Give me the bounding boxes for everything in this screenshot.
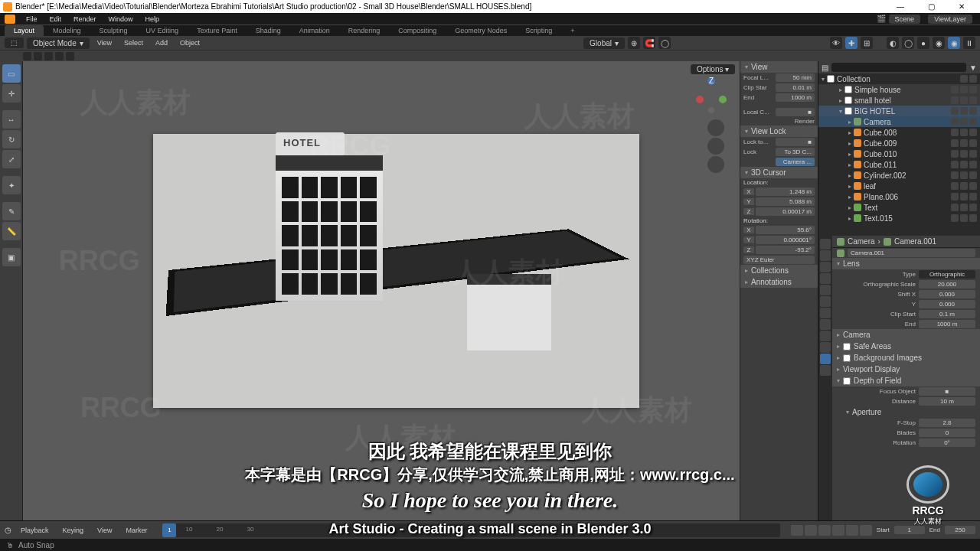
prev-keyframe-button[interactable] [805, 525, 817, 536]
aperture-panel-header[interactable]: ▾Aperture [832, 406, 980, 418]
data-properties-tab[interactable] [820, 354, 831, 364]
play-button[interactable] [832, 525, 844, 536]
focus-object-field[interactable]: ■ [919, 387, 975, 396]
select-box-tool[interactable]: ▭ [2, 64, 21, 83]
viewlayer-selector[interactable]: ViewLayer [928, 15, 972, 24]
mode-dropdown[interactable]: Object Mode ▾ [27, 37, 90, 49]
tab-animation[interactable]: Animation [290, 25, 339, 36]
shifty-value[interactable]: 0.000 [919, 300, 975, 308]
tab-scripting[interactable]: Scripting [516, 25, 561, 36]
timeline-keying-menu[interactable]: Keying [58, 527, 89, 534]
ortho-scale-value[interactable]: 20.000 [919, 280, 975, 289]
shading-solid-icon[interactable]: ● [917, 37, 929, 49]
outliner-item-plane-006[interactable]: ▸Plane.006 [818, 191, 980, 202]
safe-areas-checkbox[interactable] [843, 343, 851, 350]
pivot-icon[interactable]: ⊕ [628, 37, 640, 49]
cursor-rz[interactable]: -93.2° [756, 246, 815, 254]
tab-texture-paint[interactable]: Texture Paint [188, 25, 247, 36]
render-properties-tab[interactable] [820, 239, 831, 249]
clip-start-value[interactable]: 0.01 m [776, 83, 815, 92]
lens-panel-header[interactable]: ▾Lens [832, 258, 980, 269]
particles-properties-tab[interactable] [820, 319, 831, 330]
cursor-rx[interactable]: 55.6° [756, 226, 815, 234]
breadcrumb-data[interactable]: Camera.001 [894, 237, 936, 246]
navigation-gizmo[interactable]: Z [692, 75, 730, 113]
outliner-search-input[interactable] [831, 63, 966, 72]
view-lock-header[interactable]: ▾View Lock [740, 126, 818, 137]
select-new-icon[interactable] [66, 52, 74, 60]
pan-view-icon[interactable] [707, 119, 724, 136]
timeline-track[interactable]: 1 10 20 30 [162, 523, 779, 537]
bg-images-checkbox[interactable] [843, 354, 851, 362]
tab-shading[interactable]: Shading [247, 25, 290, 36]
distance-value[interactable]: 10 m [919, 397, 975, 406]
measure-tool[interactable]: 📏 [2, 222, 21, 240]
shiftx-value[interactable]: 0.000 [919, 290, 975, 298]
filter-icon[interactable]: ▼ [969, 64, 977, 72]
maximize-button[interactable]: ▢ [916, 0, 946, 13]
editor-type-dropdown[interactable]: ⬚ [5, 37, 24, 48]
constraints-properties-tab[interactable] [820, 342, 831, 353]
minimize-button[interactable]: — [885, 0, 916, 13]
outliner-item-cube-011[interactable]: ▸Cube.011 [818, 159, 980, 170]
cursor-ry[interactable]: 0.000001° [756, 236, 815, 244]
timeline-marker-menu[interactable]: Marker [121, 527, 152, 534]
tab-geometry-nodes[interactable]: Geometry Nodes [446, 25, 516, 36]
lens-type-dropdown[interactable]: Orthographic [919, 270, 975, 279]
fstop-value[interactable]: 2.8 [919, 419, 975, 427]
options-dropdown[interactable]: Options ▾ [691, 64, 735, 74]
menu-file[interactable]: File [20, 14, 44, 24]
menu-help[interactable]: Help [139, 14, 166, 24]
pause-render-icon[interactable]: ⏸ [963, 37, 975, 49]
tab-sculpting[interactable]: Sculpting [90, 25, 137, 36]
lock-camera-toggle[interactable]: Camera ... [776, 158, 815, 166]
jump-start-button[interactable] [791, 525, 803, 536]
tab-rendering[interactable]: Rendering [339, 25, 390, 36]
transform-tool[interactable]: ✦ [2, 176, 21, 194]
cursor-tool[interactable]: ✛ [2, 84, 21, 103]
editor-type-icon[interactable]: ◷ [5, 526, 11, 534]
outliner-item-text-015[interactable]: ▸Text.015 [818, 213, 980, 223]
cursor-x[interactable]: 1.248 m [756, 187, 815, 196]
safe-areas-panel-header[interactable]: ▸ Safe Areas [832, 341, 980, 352]
camera-panel-header[interactable]: ▸Camera [832, 329, 980, 341]
tab-add[interactable]: + [561, 25, 583, 36]
aperture-rotation-value[interactable]: 0° [919, 439, 975, 447]
collections-panel-header[interactable]: ▸Collections [740, 265, 818, 276]
next-keyframe-button[interactable] [846, 525, 858, 536]
gizmo-toggle-icon[interactable]: ✚ [845, 37, 858, 49]
visibility-icon[interactable]: 👁 [830, 37, 842, 49]
select-subtract-icon[interactable] [34, 52, 42, 60]
outliner-item-camera[interactable]: ▸Camera [818, 116, 980, 127]
overlay-toggle-icon[interactable]: ⊞ [861, 37, 873, 49]
shading-wire-icon[interactable]: ◯ [902, 37, 914, 49]
bg-images-panel-header[interactable]: ▸ Background Images [832, 352, 980, 364]
object-properties-tab[interactable] [820, 296, 831, 307]
cursor-z[interactable]: 0.00017 m [756, 207, 815, 216]
timeline-playback-menu[interactable]: Playback [16, 527, 54, 534]
header-select[interactable]: Select [119, 37, 148, 48]
camera-view-icon[interactable] [707, 156, 724, 173]
menu-window[interactable]: Window [103, 14, 139, 24]
annotations-panel-header[interactable]: ▸Annotations [740, 276, 818, 288]
rotate-tool[interactable]: ↻ [2, 130, 21, 148]
outliner-item-cube-010[interactable]: ▸Cube.010 [818, 148, 980, 159]
outliner-root[interactable]: ▾Collection [818, 73, 980, 84]
3d-viewport[interactable]: Options ▾ Z HOTEL 人人素材 R [23, 61, 740, 520]
scene-selector[interactable]: 🎬 Scene [877, 15, 921, 24]
3d-cursor-header[interactable]: ▾3D Cursor [740, 167, 818, 178]
outliner-item-cube-008[interactable]: ▸Cube.008 [818, 127, 980, 138]
proportional-icon[interactable]: ◯ [658, 37, 671, 49]
clipend-value[interactable]: 1000 m [919, 320, 975, 328]
viewlayer-properties-tab[interactable] [820, 262, 831, 272]
dof-checkbox[interactable] [843, 377, 851, 385]
snap-icon[interactable]: 🧲 [643, 37, 655, 49]
menu-render[interactable]: Render [67, 14, 103, 24]
jump-end-button[interactable] [860, 525, 872, 536]
tab-compositing[interactable]: Compositing [389, 25, 446, 36]
start-frame-input[interactable]: 1 [894, 526, 925, 534]
view-panel-header[interactable]: ▾View [740, 61, 818, 73]
blades-value[interactable]: 0 [919, 429, 975, 437]
material-properties-tab[interactable] [820, 365, 831, 376]
outliner-item-cube-009[interactable]: ▸Cube.009 [818, 138, 980, 148]
